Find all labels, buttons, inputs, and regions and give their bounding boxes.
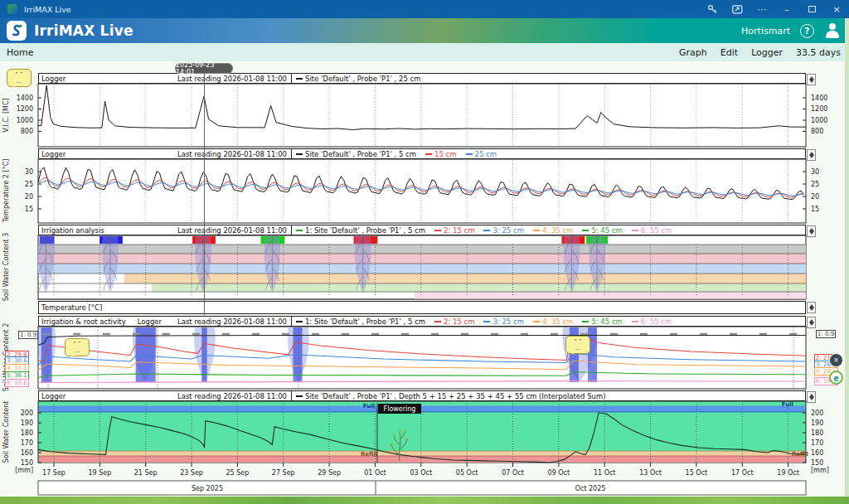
month-band — [38, 481, 806, 495]
legend-item[interactable]: 4: 35 cm — [533, 226, 573, 235]
refill-label: Refill — [361, 451, 377, 458]
legend-dash-icon — [296, 153, 303, 155]
series-value-badge: 6: 39.6 — [5, 379, 29, 387]
legend-label: 2: 15 cm — [444, 226, 474, 235]
brand-name: IrriMAX Live — [34, 22, 133, 39]
nav-graph-link[interactable]: Graph — [679, 47, 707, 58]
maximize-button[interactable] — [799, 0, 824, 18]
date-tick-label: 17 Sep — [42, 469, 65, 477]
legend-item[interactable]: 4: 35 cm — [533, 317, 573, 326]
legend-dash-icon — [434, 230, 441, 231]
annotation-note-icon[interactable]: “ ” ... — [65, 338, 90, 356]
legend-item[interactable]: 6: 55 cm — [632, 226, 672, 235]
note-dots: ... — [75, 347, 80, 354]
plot-frame — [38, 84, 806, 147]
date-tick-label: 07 Oct — [502, 469, 524, 477]
date-tick-label: 25 Sep — [226, 469, 249, 477]
legend-dash-icon — [296, 395, 303, 397]
panel-title: Logger — [41, 150, 65, 158]
legend-label: 25 cm — [475, 150, 497, 158]
panel-header-temperature2[interactable]: LoggerLast reading 2026-01-08 11:00 Site… — [38, 148, 806, 159]
app-window-icon[interactable] — [725, 0, 750, 18]
irrimax-logo — [7, 21, 27, 41]
panel-title: Logger — [41, 75, 65, 83]
nav-home-link[interactable]: Home — [0, 47, 33, 58]
date-tick-label: 09 Oct — [548, 469, 570, 477]
axis-title: V.I.C. [MC] — [2, 98, 10, 132]
annotation-note-icon[interactable]: “ ” ... — [7, 69, 32, 87]
legend-item[interactable]: 25 cm — [466, 150, 497, 158]
legend-item[interactable]: 15 cm — [425, 150, 456, 158]
nav-bar: Home Graph Edit Logger 33.5 days — [0, 43, 849, 61]
legend-item[interactable]: 5: 45 cm — [582, 317, 622, 326]
legend-item[interactable]: Site 'Default' , Probe 'P1' , 25 cm — [296, 75, 420, 83]
note-dots: ... — [575, 345, 581, 351]
date-tick-label: 23 Sep — [180, 469, 203, 477]
panel-header-vic[interactable]: LoggerLast reading 2026-01-08 11:00 Site… — [38, 73, 806, 84]
legend-item[interactable]: 2: 15 cm — [434, 226, 474, 235]
y-tick-label: 150 — [811, 459, 823, 467]
panel-header-irrigation-root-activity[interactable]: Irrigation & root activityLoggerLast rea… — [38, 316, 806, 327]
legend-item[interactable]: Site 'Default' , Probe 'P1' , 5 cm — [296, 150, 416, 158]
y-tick-label: 1200 — [811, 105, 827, 113]
legend-item[interactable]: 1: Site 'Default' , Probe 'P1' , 5 cm — [296, 317, 425, 326]
legend-label: Site 'Default' , Probe 'P1' , 25 cm — [305, 75, 420, 83]
close-floating-button[interactable]: × — [829, 353, 843, 367]
swc-sum-panel-spinner[interactable] — [807, 391, 816, 403]
legend-item[interactable]: 5: 45 cm — [582, 226, 622, 235]
legend-item[interactable]: 3: 25 cm — [483, 226, 523, 235]
last-reading: Last reading 2026-01-08 11:00 — [177, 317, 287, 326]
annotation-note-icon[interactable]: “ ” ... — [565, 336, 590, 354]
refill-label: Refill — [792, 451, 808, 458]
legend-label: 2: 15 cm — [444, 317, 474, 326]
panel-title: Irrigation & root activity — [41, 317, 126, 326]
legend: Site 'Default' , Probe 'P1' , 25 cm — [296, 75, 420, 83]
y-tick-label: 1000 — [811, 117, 827, 124]
close-button[interactable]: × — [824, 0, 849, 18]
y-tick-label: 150 — [21, 459, 33, 467]
legend-item[interactable]: Site 'Default' , Probe 'P1' , Depth 5 + … — [296, 392, 606, 400]
legend-dash-icon — [533, 321, 540, 322]
maximize-icon — [808, 6, 816, 12]
y-tick-label: 160 — [811, 449, 823, 457]
full-label: Full — [782, 401, 793, 408]
e-badge-button[interactable]: e — [829, 371, 843, 385]
user-avatar-icon[interactable] — [824, 23, 841, 38]
panel-header-swc-sum[interactable]: LoggerLast reading 2026-01-08 11:00 Site… — [38, 390, 806, 401]
legend-item[interactable]: 6: 55 cm — [632, 317, 672, 326]
nav-edit-link[interactable]: Edit — [720, 47, 738, 58]
window-titlebar[interactable]: IrriMAX Live ⋯ – × — [0, 0, 849, 18]
more-options-button[interactable]: ⋯ — [750, 0, 774, 18]
nav-range-label[interactable]: 33.5 days — [796, 47, 841, 58]
axis-unit: [mm] — [811, 467, 829, 474]
key-icon[interactable] — [700, 0, 725, 18]
temperature-panel-spinner[interactable] — [807, 302, 816, 313]
legend-item[interactable]: 2: 15 cm — [434, 317, 474, 326]
y-tick-label: 180 — [811, 429, 823, 437]
account-name[interactable]: Hortismart — [741, 26, 790, 36]
legend: Site 'Default' , Probe 'P1' , Depth 5 + … — [296, 392, 606, 400]
vic-panel-spinner[interactable] — [807, 74, 816, 85]
panel-header-irrigation-analysis[interactable]: Irrigation analysisLast reading 2026-01-… — [38, 225, 806, 235]
legend-dash-icon — [425, 153, 432, 155]
y-tick-label: 25 — [25, 181, 33, 188]
axis-unit: [mm] — [15, 467, 33, 474]
y-tick-label: 800 — [21, 128, 33, 135]
irrigation-analysis-panel-spinner[interactable] — [807, 225, 816, 237]
nav-logger-link[interactable]: Logger — [751, 47, 783, 58]
axis-title: Soil Water Content 3 — [2, 233, 10, 302]
legend-item[interactable]: 3: 25 cm — [483, 317, 523, 326]
y-tick-label: 200 — [811, 410, 823, 417]
swc2-panel-spinner[interactable] — [807, 317, 816, 328]
legend-label: Site 'Default' , Probe 'P1' , 5 cm — [305, 150, 416, 158]
y-tick-label: 1000 — [17, 117, 33, 124]
irrigation-event-column — [41, 327, 52, 382]
minimize-button[interactable]: – — [774, 0, 799, 18]
desktop-strip — [0, 497, 849, 504]
help-icon[interactable]: ? — [800, 24, 814, 38]
last-reading: Last reading 2026-01-08 11:00 — [177, 392, 287, 400]
temperature2-panel-spinner[interactable] — [807, 149, 816, 161]
flowering-label: Flowering — [384, 405, 416, 413]
legend-item[interactable]: 1: Site 'Default' , Probe 'P1' , 5 cm — [296, 226, 425, 235]
panel-header-temperature-collapsed[interactable]: Temperature [°C] — [38, 301, 806, 314]
